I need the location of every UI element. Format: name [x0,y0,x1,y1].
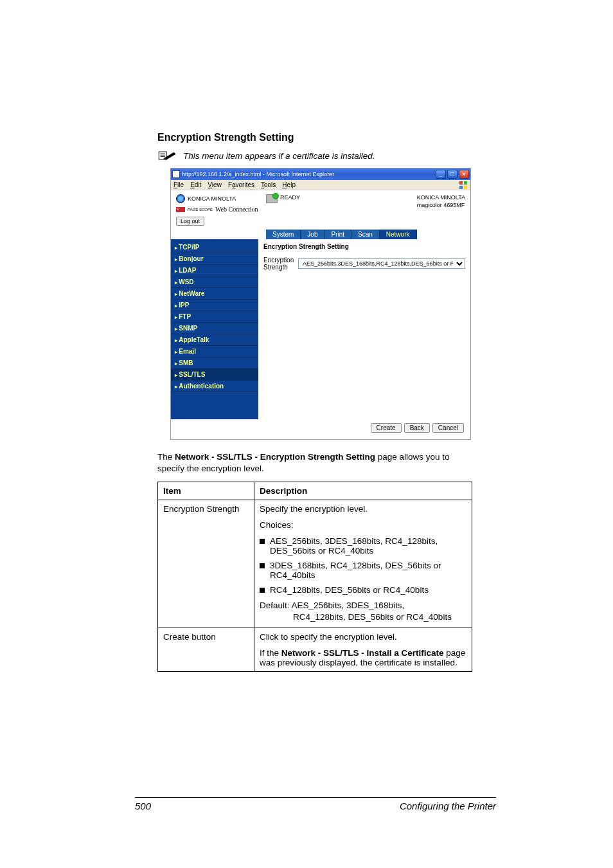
desc-cell: Click to specify the encryption level. I… [254,628,472,671]
sidebar-item-wsd[interactable]: WSD [171,276,258,288]
svg-rect-6 [459,186,463,189]
device-model: magicolor 4695MF [417,202,465,210]
browser-window: http://192.168.1.2/a_index.html - Micros… [170,168,471,440]
menu-help[interactable]: Help [282,181,296,188]
svg-rect-7 [464,186,467,189]
menu-edit[interactable]: Edit [190,181,201,188]
table-row: Encryption Strength Specify the encrypti… [158,500,472,628]
brand-text: KONICA MINOLTA [188,195,236,202]
table-header-item: Item [158,482,254,500]
create-button[interactable]: Create [371,423,402,433]
sidebar-item-email[interactable]: Email [171,346,258,357]
km-logo-icon [176,194,185,203]
table-header-description: Description [254,482,472,500]
settings-table: Item Description Encryption Strength Spe… [157,482,472,671]
sidebar: TCP/IP Bonjour LDAP WSD NetWare IPP FTP … [171,239,258,419]
bullet-icon [260,563,265,568]
app-header: KONICA MINOLTA P PAGE SCOPE Web Connecti… [171,190,470,217]
minimize-button[interactable]: _ [436,170,446,179]
sidebar-item-authentication[interactable]: Authentication [171,381,258,392]
sidebar-item-smb[interactable]: SMB [171,357,258,369]
desc-cell: Specify the encryption level. Choices: A… [254,500,472,628]
field-label-encryption: Encryption Strength [263,257,294,271]
menu-file[interactable]: File [173,181,184,188]
sidebar-item-appletalk[interactable]: AppleTalk [171,334,258,346]
svg-rect-5 [464,181,467,185]
svg-rect-4 [459,181,463,185]
window-title-bar: http://192.168.1.2/a_index.html - Micros… [171,168,470,180]
sidebar-item-ipp[interactable]: IPP [171,300,258,311]
bullet-icon [260,588,265,593]
sidebar-item-netware[interactable]: NetWare [171,288,258,300]
page-footer: 500 Configuring the Printer [135,797,496,811]
intro-paragraph: The Network - SSL/TLS - Encryption Stren… [157,451,472,474]
subbrand-text: Web Connection [215,206,258,213]
back-button[interactable]: Back [404,423,430,433]
pagescope-logo-icon: P [176,207,185,212]
sidebar-item-tcpip[interactable]: TCP/IP [171,242,258,253]
sidebar-item-ssltls[interactable]: SSL/TLS [171,369,258,381]
tab-bar: System Job Print Scan Network [171,230,470,239]
menu-bar: File Edit View Favorites Tools Help [171,180,470,190]
menu-favorites[interactable]: Favorites [228,181,254,188]
sidebar-item-ftp[interactable]: FTP [171,311,258,323]
item-cell: Create button [158,628,254,671]
tab-print[interactable]: Print [324,230,351,239]
section-heading: Encryption Strength Setting [157,132,472,143]
cancel-button[interactable]: Cancel [432,423,464,433]
item-cell: Encryption Strength [158,500,254,628]
content-pane: Encryption Strength Setting Encryption S… [258,239,470,419]
content-title: Encryption Strength Setting [263,243,465,250]
window-title: http://192.168.1.2/a_index.html - Micros… [182,171,334,177]
close-button[interactable]: × [459,170,469,179]
tab-scan[interactable]: Scan [351,230,380,239]
bullet-icon [260,539,265,544]
note-icon [157,150,177,161]
sidebar-item-ldap[interactable]: LDAP [171,265,258,276]
sidebar-item-snmp[interactable]: SNMP [171,323,258,334]
printer-status-icon [266,194,278,203]
section-name: Configuring the Printer [400,800,496,811]
device-brand: KONICA MINOLTA [417,194,465,202]
encryption-strength-select[interactable]: AES_256bits,3DES_168bits,RC4_128bits,DES… [298,258,465,269]
page-number: 500 [135,800,151,811]
pagescope-prefix: PAGE SCOPE [188,208,213,212]
logout-button[interactable]: Log out [176,217,204,226]
note-text: This menu item appears if a certificate … [183,151,375,161]
tab-system[interactable]: System [266,230,301,239]
ie-flag-icon [459,181,468,190]
status-text: READY [280,194,300,201]
ie-page-icon [172,170,180,178]
tab-network[interactable]: Network [380,230,417,239]
maximize-button[interactable]: □ [447,170,458,179]
menu-tools[interactable]: Tools [261,181,276,188]
sidebar-item-bonjour[interactable]: Bonjour [171,253,258,265]
menu-view[interactable]: View [208,181,222,188]
table-row: Create button Click to specify the encry… [158,628,472,671]
tab-job[interactable]: Job [301,230,324,239]
